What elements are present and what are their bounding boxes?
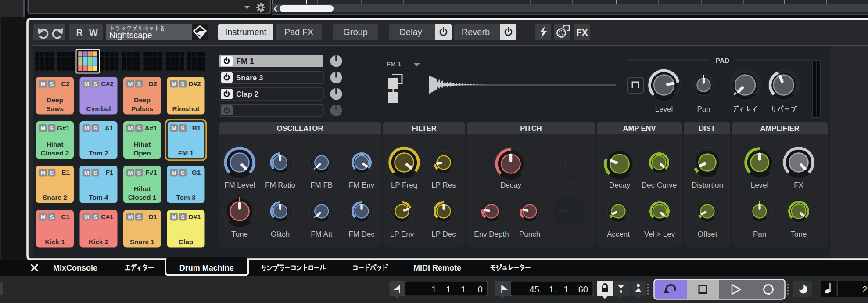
svg-text:C#2: C#2 (101, 80, 113, 87)
svg-text:S: S (50, 125, 54, 132)
svg-text:A1: A1 (105, 124, 114, 132)
svg-text:M: M (84, 170, 89, 176)
svg-text:Closed 1: Closed 1 (128, 194, 157, 201)
svg-text:Tune: Tune (231, 230, 248, 238)
svg-text:Nightscape: Nightscape (109, 30, 152, 40)
svg-text:MIDI Remote: MIDI Remote (413, 263, 461, 272)
svg-text:AMPLIFIER: AMPLIFIER (760, 124, 800, 132)
svg-text:M: M (128, 214, 133, 220)
svg-text:Punch: Punch (519, 230, 540, 238)
svg-text:S: S (93, 125, 97, 132)
svg-text:FM Ratio: FM Ratio (265, 181, 295, 189)
svg-text:Instrument: Instrument (225, 27, 267, 37)
svg-text:M: M (172, 125, 176, 132)
svg-text:Level: Level (751, 181, 769, 189)
svg-text:S: S (137, 170, 141, 176)
svg-text:Tom 2: Tom 2 (89, 149, 108, 157)
svg-text:E1: E1 (61, 169, 70, 176)
svg-text:Clap 2: Clap 2 (236, 90, 258, 98)
svg-text:Decay: Decay (500, 181, 522, 189)
svg-text:Snare 1: Snare 1 (130, 238, 154, 245)
svg-text:S: S (181, 214, 185, 220)
svg-text:Pad FX: Pad FX (284, 27, 314, 37)
svg-text:S: S (50, 170, 54, 176)
svg-text:D1: D1 (148, 213, 157, 220)
svg-text:LP Res: LP Res (431, 181, 456, 189)
svg-text:Drum Machine: Drum Machine (179, 263, 234, 272)
svg-text:AMP ENV: AMP ENV (623, 124, 656, 132)
svg-text:M: M (40, 81, 45, 87)
svg-text:Deep: Deep (134, 96, 151, 104)
svg-text:Vel > Lev: Vel > Lev (644, 230, 675, 238)
svg-text:FM Att: FM Att (311, 230, 332, 238)
svg-text:Offset: Offset (697, 230, 717, 238)
svg-text:PITCH: PITCH (520, 124, 542, 132)
svg-text:W: W (89, 27, 98, 37)
svg-text:S: S (181, 81, 185, 87)
svg-text:Tom 3: Tom 3 (176, 194, 196, 201)
svg-text:DIST: DIST (699, 124, 715, 132)
svg-text:Pulses: Pulses (131, 105, 153, 112)
svg-text:Open: Open (133, 149, 151, 157)
svg-text:Dec Curve: Dec Curve (642, 181, 677, 189)
svg-text:LP Dec: LP Dec (431, 230, 456, 238)
svg-text:Rimshot: Rimshot (172, 105, 200, 112)
svg-text:M: M (172, 170, 176, 176)
svg-text:C1: C1 (61, 213, 70, 220)
svg-text:Snare 2: Snare 2 (43, 194, 67, 201)
svg-text:M: M (172, 81, 176, 87)
svg-text:S: S (93, 214, 97, 220)
svg-text:S: S (181, 125, 185, 132)
svg-text:LP Env: LP Env (390, 230, 414, 238)
svg-text:S: S (93, 81, 97, 87)
svg-text:D#1: D#1 (188, 213, 201, 220)
svg-text:FM 1: FM 1 (236, 57, 254, 66)
svg-text:S: S (137, 214, 141, 220)
svg-text:Kick 2: Kick 2 (89, 238, 109, 245)
svg-text:D#2: D#2 (188, 80, 201, 87)
svg-text:Accent: Accent (607, 230, 630, 238)
svg-text:Clap: Clap (179, 238, 194, 245)
svg-text:M: M (40, 125, 45, 132)
svg-text:Glitch: Glitch (271, 230, 290, 238)
svg-text:FM Level: FM Level (224, 181, 255, 189)
svg-text:Hihat: Hihat (134, 185, 151, 192)
svg-text:Group: Group (343, 27, 368, 37)
svg-text:Hihat: Hihat (134, 141, 151, 148)
svg-text:Env Depth: Env Depth (474, 230, 509, 238)
svg-text:S: S (137, 125, 141, 132)
svg-text:OSCILLATOR: OSCILLATOR (277, 124, 323, 132)
svg-text:45. 1. 1. 60: 45. 1. 1. 60 (530, 285, 588, 294)
svg-text:M: M (128, 125, 133, 132)
svg-text:MixConsole: MixConsole (53, 263, 97, 272)
svg-text:Tone: Tone (791, 230, 807, 238)
svg-text:Pan: Pan (697, 105, 710, 113)
svg-text:A#1: A#1 (145, 124, 158, 132)
svg-text:FX: FX (577, 28, 588, 37)
svg-text:M: M (84, 214, 89, 220)
svg-text:B1: B1 (192, 124, 201, 132)
svg-text:M: M (128, 170, 133, 176)
svg-text:FM 1: FM 1 (178, 149, 194, 157)
svg-text:S: S (137, 81, 141, 87)
svg-text:–: – (35, 4, 39, 11)
svg-text:Pan: Pan (753, 230, 766, 238)
svg-text:C2: C2 (61, 80, 70, 87)
svg-text:S: S (93, 170, 97, 176)
svg-text:S: S (50, 214, 54, 220)
svg-text:Snare 3: Snare 3 (236, 74, 263, 82)
svg-text:FM Dec: FM Dec (348, 230, 375, 238)
svg-text:FX: FX (794, 181, 803, 189)
svg-text:R: R (76, 27, 82, 37)
svg-text:FM Env: FM Env (349, 181, 375, 189)
svg-text:Decay: Decay (609, 181, 631, 189)
svg-text:G#1: G#1 (57, 124, 70, 132)
svg-text:D2: D2 (148, 80, 157, 87)
svg-text:M: M (128, 81, 133, 87)
svg-text:Tom 4: Tom 4 (89, 194, 108, 201)
svg-text:Level: Level (655, 105, 673, 113)
svg-text:Closed 2: Closed 2 (41, 149, 69, 157)
svg-text:F#1: F#1 (145, 169, 157, 176)
svg-text:S: S (181, 170, 185, 176)
svg-text:Delay: Delay (399, 27, 422, 37)
